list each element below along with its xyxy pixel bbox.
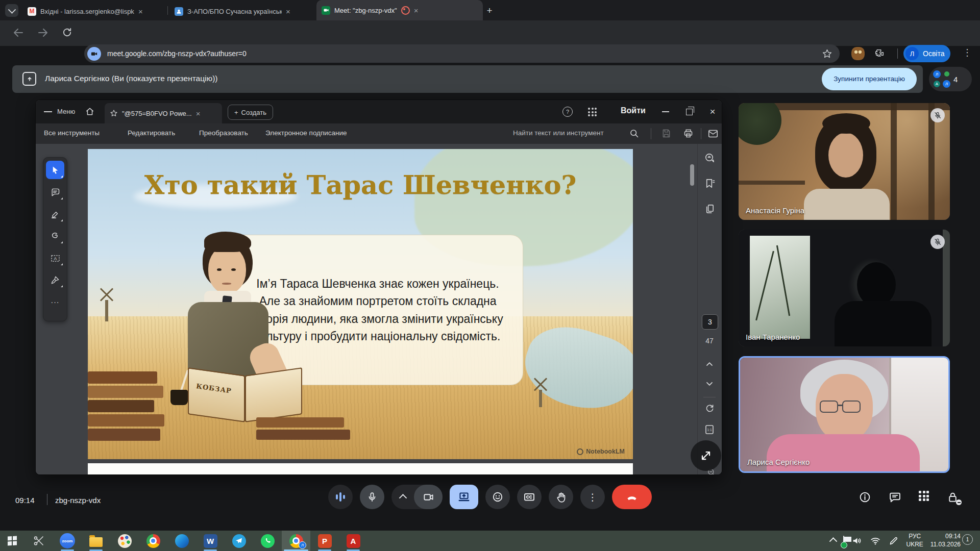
highlight-tool-button[interactable]: [46, 206, 64, 223]
more-tools-button[interactable]: ···: [46, 293, 64, 311]
close-icon[interactable]: ×: [701, 100, 722, 123]
taskbar-chrome[interactable]: [139, 531, 167, 551]
tab-ejournal[interactable]: З-АПО/БПО Сучасна українськ ×: [169, 2, 325, 20]
app-grid-icon[interactable]: [588, 108, 597, 116]
present-screen-button-active[interactable]: [450, 485, 478, 509]
tab-gmail[interactable]: M Вхідні - larissa.sergienko@lispk ×: [22, 2, 177, 20]
battery-icon[interactable]: [843, 536, 844, 545]
restore-icon[interactable]: [678, 100, 700, 123]
stop-presenting-button[interactable]: Зупинити презентацію: [822, 68, 917, 90]
bookmark-star-icon[interactable]: [822, 48, 832, 59]
close-icon[interactable]: ×: [286, 8, 290, 15]
menu-esign[interactable]: Электронное подписание: [265, 129, 347, 137]
fullscreen-expand-button[interactable]: [691, 440, 721, 471]
comment-tool-button[interactable]: [46, 184, 64, 201]
draw-tool-button[interactable]: [46, 228, 64, 245]
document-tab[interactable]: "@575=B0FVO Powe... ×: [105, 103, 222, 123]
books-art: [256, 415, 353, 440]
sign-tool-button[interactable]: [46, 271, 64, 289]
menu-label[interactable]: Меню: [57, 108, 75, 115]
taskbar-edge[interactable]: [167, 531, 196, 551]
taskbar-word[interactable]: W: [196, 531, 225, 551]
rotate-page-icon[interactable]: [697, 403, 722, 414]
search-icon[interactable]: [629, 128, 640, 139]
tray-chevron-up-icon[interactable]: [830, 536, 836, 545]
menu-convert[interactable]: Преобразовать: [199, 129, 248, 137]
clock[interactable]: 09:14 11.03.2026: [930, 533, 961, 548]
taskbar-telegram[interactable]: [225, 531, 253, 551]
extensions-puzzle-icon[interactable]: [874, 48, 885, 59]
taskbar-chrome-active[interactable]: Л: [282, 531, 310, 551]
host-controls-icon[interactable]: [946, 491, 959, 504]
menu-edit[interactable]: Редактировать: [128, 129, 175, 137]
back-icon[interactable]: [12, 27, 24, 39]
tab-search-button[interactable]: [5, 4, 18, 17]
taskbar-snipping-tool[interactable]: [24, 531, 53, 551]
star-icon[interactable]: [110, 109, 118, 117]
address-bar[interactable]: meet.google.com/zbg-nszp-vdx?authuser=0: [84, 44, 840, 63]
taskbar-zoom[interactable]: zoom: [53, 531, 82, 551]
mail-icon[interactable]: [707, 128, 719, 139]
meeting-clock: 09:14: [15, 496, 35, 505]
save-icon[interactable]: [661, 128, 672, 139]
language-indicator[interactable]: РУС UKRE: [906, 533, 923, 548]
activities-grid-icon[interactable]: [919, 491, 929, 504]
new-tab-button[interactable]: +: [483, 4, 496, 17]
menu-all-tools[interactable]: Все инструменты: [44, 129, 100, 137]
end-call-button[interactable]: [612, 485, 652, 509]
participant-tile-ivan[interactable]: Іван Тараненко: [739, 230, 950, 346]
close-icon[interactable]: ×: [138, 8, 143, 15]
close-icon[interactable]: ×: [414, 7, 419, 14]
minimize-icon[interactable]: [654, 100, 677, 123]
search-placeholder[interactable]: Найти текст или инструмент: [513, 129, 604, 137]
more-options-button[interactable]: ⋮: [580, 485, 605, 509]
microphone-button[interactable]: [360, 485, 384, 509]
camera-button[interactable]: [414, 485, 443, 509]
participant-tile-anastasiia[interactable]: Анастасія Гуріна: [739, 103, 950, 220]
pages-panel-icon[interactable]: [697, 203, 722, 215]
create-button[interactable]: + Создать: [228, 105, 273, 120]
next-page-icon[interactable]: [697, 379, 722, 389]
taskbar-powerpoint[interactable]: P: [310, 531, 339, 551]
reactions-button[interactable]: [485, 485, 510, 509]
text-box-tool-button[interactable]: [46, 249, 64, 267]
forward-icon[interactable]: [37, 27, 49, 39]
captions-button[interactable]: [517, 485, 542, 509]
chevron-up-icon[interactable]: [391, 494, 414, 500]
camera-button-group[interactable]: [391, 485, 443, 509]
close-icon[interactable]: ×: [196, 110, 201, 117]
taskbar-acrobat[interactable]: A: [339, 531, 368, 551]
profile-chip[interactable]: Л Освіта: [903, 45, 950, 62]
taskbar-file-explorer[interactable]: [82, 531, 110, 551]
print-icon[interactable]: [683, 128, 694, 139]
tab-meet-active[interactable]: Meet: "zbg-nszp-vdx" ×: [316, 0, 483, 20]
audio-levels-button[interactable]: [328, 485, 353, 509]
current-page-input[interactable]: 3: [702, 314, 718, 330]
select-tool-button[interactable]: [46, 161, 64, 179]
taskbar-paint[interactable]: [110, 531, 139, 551]
taskbar-whatsapp[interactable]: [253, 531, 282, 551]
sign-in-button[interactable]: Войти: [621, 106, 646, 115]
browser-menu-icon[interactable]: ⋮: [963, 47, 972, 58]
chat-icon[interactable]: [889, 491, 901, 504]
scrollbar-thumb[interactable]: [690, 164, 694, 186]
home-icon[interactable]: [85, 107, 95, 117]
inkwell-art: [170, 390, 188, 405]
start-button[interactable]: [0, 531, 24, 551]
volume-icon[interactable]: [851, 535, 863, 546]
comments-panel-icon[interactable]: [697, 152, 722, 164]
ink-pen-icon[interactable]: [888, 536, 899, 546]
tab-divider: [167, 6, 168, 15]
participant-tile-larysa-speaking[interactable]: Лариса Сергієнко: [739, 356, 950, 473]
camera-in-use-icon[interactable]: [87, 47, 101, 61]
previous-page-icon[interactable]: [697, 359, 722, 369]
extension-owl-icon[interactable]: [851, 47, 865, 60]
wifi-icon[interactable]: [870, 535, 881, 546]
help-icon[interactable]: ?: [562, 107, 573, 117]
actual-size-icon[interactable]: 1:1: [697, 423, 722, 436]
participants-count-pill[interactable]: Л А Л 4: [929, 67, 972, 91]
reload-icon[interactable]: [61, 27, 73, 38]
raise-hand-button[interactable]: [549, 485, 573, 509]
bookmarks-panel-icon[interactable]: [697, 178, 722, 189]
meeting-details-icon[interactable]: [859, 491, 871, 504]
